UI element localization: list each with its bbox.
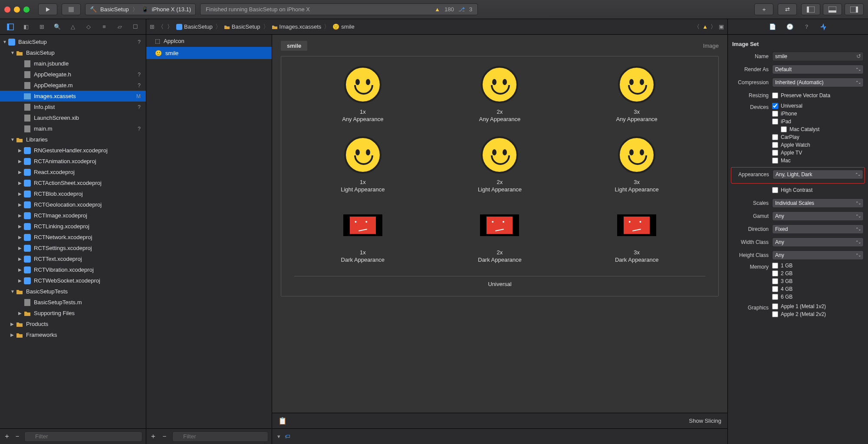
tree-item[interactable]: ▶RCTAnimation.xcodeproj (0, 156, 146, 167)
attributes-inspector-tab[interactable] (820, 23, 827, 30)
name-input[interactable] (772, 52, 864, 61)
tree-item[interactable]: main.m? (0, 123, 146, 134)
tree-item[interactable]: main.jsbundle (0, 58, 146, 69)
zoom-window-button[interactable] (23, 7, 30, 13)
toggle-right-panel-button[interactable] (845, 3, 864, 15)
report-navigator-tab[interactable]: ☐ (131, 22, 140, 32)
image-slot[interactable]: 3xLight Appearance (593, 135, 680, 193)
tree-item[interactable]: ▼BasicSetup (0, 47, 146, 58)
tree-item[interactable]: ▼BasicSetupTests (0, 286, 146, 297)
tree-item[interactable]: ▶Products (0, 319, 146, 329)
navigator-filter-input[interactable] (24, 431, 142, 442)
memory-checkbox[interactable]: 6 GB (772, 294, 864, 300)
add-asset-button[interactable]: ＋ (150, 432, 157, 441)
device-checkbox[interactable]: Apple TV (772, 150, 864, 156)
tree-item[interactable]: AppDelegate.h? (0, 69, 146, 80)
device-checkbox[interactable]: Mac (772, 158, 864, 164)
tree-item[interactable]: LaunchScreen.xib (0, 112, 146, 123)
tree-item[interactable]: Images.xcassetsM (0, 91, 146, 102)
tree-item[interactable]: ▶RCTSettings.xcodeproj (0, 243, 146, 253)
render-as-select[interactable]: Default (772, 65, 864, 74)
scheme-selector[interactable]: 🔨 BasicSetup 〉 📱 iPhone X (13.1) (85, 3, 196, 15)
add-file-button[interactable]: ＋ (3, 432, 10, 441)
width-class-select[interactable]: Any (772, 237, 864, 247)
image-slot[interactable]: 2xAny Appearance (456, 65, 543, 122)
breakpoint-navigator-tab[interactable]: ▱ (115, 22, 125, 32)
tree-item[interactable]: ▶RCTBlob.xcodeproj (0, 188, 146, 199)
direction-select[interactable]: Fixed (772, 224, 864, 234)
memory-checkbox[interactable]: 4 GB (772, 286, 864, 292)
compression-select[interactable]: Inherited (Automatic) (772, 78, 864, 87)
tree-item[interactable]: Info.plist? (0, 102, 146, 112)
gamut-select[interactable]: Any (772, 211, 864, 221)
library-button[interactable]: ⇄ (778, 3, 797, 15)
image-slot[interactable]: 1xAny Appearance (319, 65, 406, 122)
show-slicing-button[interactable]: Show Slicing (689, 418, 721, 424)
tree-item[interactable]: ▶RCTImage.xcodeproj (0, 210, 146, 221)
image-slot[interactable]: 2xDark Appearance (456, 206, 543, 263)
memory-checkbox[interactable]: 2 GB (772, 270, 864, 276)
source-control-count[interactable]: 3 (469, 6, 472, 13)
prev-issue-button[interactable]: 〈 (694, 23, 700, 31)
history-inspector-tab[interactable]: 🕘 (786, 23, 793, 30)
scales-select[interactable]: Individual Scales (772, 198, 864, 208)
jump-warning-icon[interactable]: ▲ (702, 23, 708, 30)
source-control-icon[interactable]: ⎇ (458, 6, 465, 13)
image-slot[interactable]: 1xDark Appearance (319, 206, 406, 263)
image-slot[interactable]: 2xLight Appearance (456, 135, 543, 193)
jump-bar-segment[interactable]: Images.xcassets (272, 23, 322, 30)
memory-checkbox[interactable]: 3 GB (772, 278, 864, 284)
tree-item[interactable]: ▶RCTNetwork.xcodeproj (0, 232, 146, 243)
toggle-bottom-panel-button[interactable] (823, 3, 842, 15)
minimize-window-button[interactable] (14, 7, 20, 13)
remove-file-button[interactable]: － (14, 432, 21, 441)
warning-count[interactable]: 180 (444, 6, 454, 13)
editor-dropdown-icon[interactable]: ▾ (277, 433, 280, 440)
tree-item[interactable]: ▶RCTText.xcodeproj (0, 253, 146, 264)
high-contrast-checkbox[interactable]: High Contrast (772, 187, 864, 193)
file-inspector-tab[interactable]: 📄 (769, 23, 776, 30)
tree-item[interactable]: ▶RNGestureHandler.xcodeproj (0, 145, 146, 156)
toggle-left-panel-button[interactable] (801, 3, 820, 15)
find-navigator-tab[interactable]: 🔍 (53, 22, 62, 32)
tree-item[interactable]: ▶RCTWebSocket.xcodeproj (0, 275, 146, 286)
symbol-navigator-tab[interactable]: ⊞ (37, 22, 46, 32)
remove-asset-button[interactable]: － (161, 432, 168, 441)
jump-bar-segment[interactable]: 🙂smile (332, 23, 354, 30)
jump-bar-segment[interactable]: BasicSetup (224, 23, 260, 30)
tree-item[interactable]: ▶Supporting Files (0, 308, 146, 319)
memory-checkbox[interactable]: 1 GB (772, 263, 864, 269)
appearances-select[interactable]: Any, Light, Dark (773, 170, 863, 179)
editor-tag-icon[interactable]: 🏷 (285, 433, 290, 440)
issue-navigator-tab[interactable]: △ (68, 22, 78, 32)
next-issue-button[interactable]: 〉 (710, 23, 716, 31)
source-control-navigator-tab[interactable]: ◧ (21, 22, 31, 32)
add-tab-button[interactable]: ＋ (754, 3, 773, 15)
tree-item[interactable]: ▶RCTGeolocation.xcodeproj (0, 199, 146, 210)
asset-list-item[interactable]: ⬚AppIcon (146, 35, 272, 47)
warning-icon[interactable]: ▲ (434, 6, 440, 13)
tree-item[interactable]: ▶RCTActionSheet.xcodeproj (0, 178, 146, 188)
tree-root[interactable]: ▼ BasicSetup ? (0, 36, 146, 47)
tree-item[interactable]: ▼Libraries (0, 134, 146, 145)
graphics-checkbox[interactable]: Apple 2 (Metal 2v2) (772, 311, 864, 317)
tree-item[interactable]: BasicSetupTests.m (0, 297, 146, 308)
project-tree[interactable]: ▼ BasicSetup ? ▼BasicSetupmain.jsbundleA… (0, 35, 146, 428)
image-slot[interactable]: 3xDark Appearance (593, 206, 680, 263)
tree-item[interactable]: ▶React.xcodeproj (0, 167, 146, 178)
editor-layout-button[interactable]: ▣ (719, 23, 724, 30)
jump-bar-segment[interactable]: BasicSetup (176, 23, 213, 30)
tree-item[interactable]: ▶Frameworks (0, 329, 146, 340)
device-checkbox[interactable]: Apple Watch (772, 142, 864, 148)
image-slot[interactable]: 1xLight Appearance (319, 135, 406, 193)
graphics-checkbox[interactable]: Apple 1 (Metal 1v2) (772, 303, 864, 309)
image-slot[interactable]: 3xAny Appearance (593, 65, 680, 122)
debug-navigator-tab[interactable]: ≡ (99, 22, 109, 32)
device-checkbox[interactable]: Mac Catalyst (772, 126, 864, 132)
asset-clipboard-icon[interactable]: 📋 (278, 417, 287, 425)
asset-filter-input[interactable] (172, 431, 268, 442)
nav-back-button[interactable]: 〈 (158, 23, 164, 31)
device-checkbox[interactable]: iPhone (772, 111, 864, 117)
help-inspector-tab[interactable]: ？ (804, 23, 809, 31)
preserve-vector-checkbox[interactable]: Preserve Vector Data (772, 92, 864, 99)
